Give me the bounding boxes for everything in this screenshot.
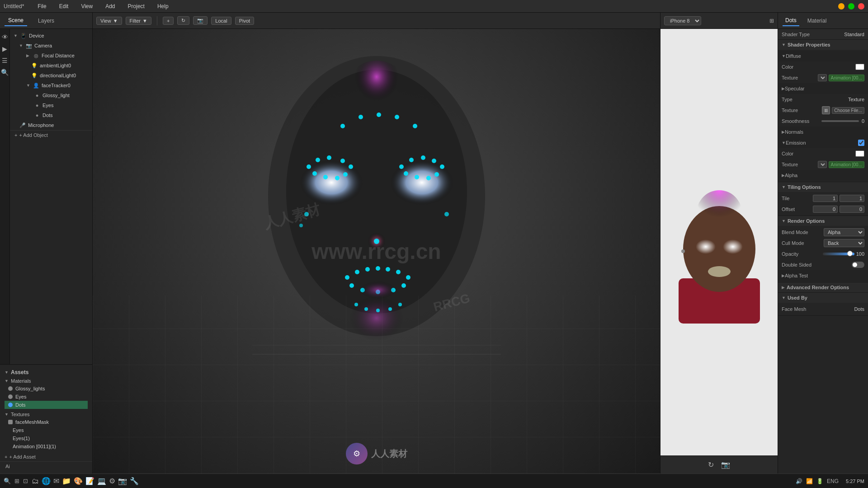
tree-item-ambient[interactable]: 💡 ambientLight0	[10, 61, 92, 70]
taskbar-app-4[interactable]: 📁	[62, 477, 71, 485]
double-sided-toggle[interactable]	[852, 262, 864, 268]
specular-header-row[interactable]: ▶ Specular	[778, 83, 868, 94]
device-selector[interactable]: iPhone 8	[664, 16, 701, 25]
offset-y-input[interactable]	[840, 206, 864, 213]
asset-glossy-lights[interactable]: Glossy_lights	[5, 385, 88, 393]
taskbar-network-icon[interactable]: 📶	[806, 478, 813, 484]
tiling-options-header[interactable]: ▼ Tiling Options	[778, 182, 868, 192]
alpha-test-row[interactable]: ▶ Alpha Test	[778, 270, 868, 281]
offset-x-input[interactable]	[813, 206, 838, 213]
tree-item-directional[interactable]: 💡 directionalLight0	[10, 70, 92, 80]
assets-header[interactable]: ▼ Assets	[0, 367, 92, 377]
tree-item-device[interactable]: ▼ 📱 Device	[10, 31, 92, 41]
pivot-button[interactable]: Pivot	[235, 17, 254, 25]
emission-checkbox[interactable]	[858, 140, 864, 146]
render-options-header[interactable]: ▼ Render Options	[778, 216, 868, 226]
close-button[interactable]	[858, 3, 864, 9]
menu-view[interactable]: View	[78, 2, 95, 10]
emission-color-swatch[interactable]	[855, 150, 864, 157]
used-by-header[interactable]: ▼ Used By	[778, 293, 868, 303]
tree-item-facetracker[interactable]: ▼ 👤 faceTracker0	[10, 80, 92, 90]
emission-header-row[interactable]: ▼ Emission	[778, 137, 868, 148]
taskbar-apps-icon[interactable]: ⊡	[23, 478, 28, 484]
svg-point-33	[365, 267, 370, 272]
taskbar-app-7[interactable]: 💻	[97, 477, 106, 485]
asset-facemeshmask[interactable]: faceMeshMask	[5, 418, 88, 426]
diffuse-color-swatch[interactable]	[855, 64, 864, 70]
add-icon-button[interactable]: +	[163, 17, 174, 25]
tile-y-input[interactable]	[840, 195, 864, 202]
taskbar-app-10[interactable]: 🔧	[130, 477, 139, 485]
shader-properties-header[interactable]: ▼ Shader Properties	[778, 40, 868, 50]
asset-tex-eyes[interactable]: Eyes	[5, 426, 88, 434]
add-object-button[interactable]: + + Add Object	[10, 130, 92, 140]
add-asset-button[interactable]: + + Add Asset	[0, 452, 92, 461]
offset-label: Offset	[782, 206, 813, 212]
smoothness-slider[interactable]	[821, 120, 859, 122]
sidebar-icon-search[interactable]: 🔍	[0, 68, 9, 77]
opacity-slider[interactable]	[823, 253, 854, 255]
assets-content: ▼ Materials Glossy_lights Eyes Dots	[0, 377, 92, 450]
view-button[interactable]: View ▼	[96, 17, 122, 25]
rp-tab-dots[interactable]: Dots	[783, 15, 799, 26]
choose-file-button[interactable]: Choose File...	[832, 107, 864, 114]
tree-item-focal[interactable]: ▶ ◎ Focal Distance	[10, 51, 92, 61]
tree-item-dots[interactable]: ● Dots	[10, 110, 92, 120]
diffuse-texture-dropdown[interactable]	[818, 74, 827, 81]
taskbar-app-5[interactable]: 🎨	[74, 477, 83, 485]
diffuse-header-row[interactable]: ▼ Diffuse	[778, 51, 868, 61]
local-button[interactable]: Local	[211, 17, 231, 25]
taskbar-battery-icon[interactable]: 🔋	[816, 478, 823, 484]
taskbar-app-3[interactable]: ✉	[53, 477, 59, 485]
menu-help[interactable]: Help	[155, 2, 171, 10]
tree-item-eyes[interactable]: ● Eyes	[10, 100, 92, 110]
face-mesh-value: Dots	[854, 306, 864, 312]
normals-header-row[interactable]: ▶ Normals	[778, 127, 868, 137]
taskbar-app-6[interactable]: 📝	[85, 477, 94, 485]
sidebar-icon-play[interactable]: ▶	[0, 44, 9, 53]
taskbar-app-1[interactable]: 🗂	[32, 477, 39, 485]
emission-texture-dropdown[interactable]	[818, 161, 827, 168]
tile-x-input[interactable]	[813, 195, 838, 202]
minimize-button[interactable]	[838, 3, 844, 9]
left-sidebar: Scene Layers 👁 ▶ ☰ 🔍 ▼ 📱 Device ▼	[0, 13, 93, 474]
menu-add[interactable]: Add	[103, 2, 118, 10]
asset-eyes[interactable]: Eyes	[5, 393, 88, 401]
taskbar-search-icon[interactable]: 🔍	[4, 478, 11, 484]
taskbar-app-9[interactable]: 📷	[118, 477, 127, 485]
sidebar-icon-eye[interactable]: 👁	[0, 33, 9, 42]
cull-mode-select[interactable]: Back	[824, 239, 864, 247]
menu-edit[interactable]: Edit	[57, 2, 71, 10]
menu-project[interactable]: Project	[125, 2, 147, 10]
camera-button[interactable]: 📷	[193, 16, 208, 25]
maximize-button[interactable]	[848, 3, 854, 9]
advanced-render-header[interactable]: ▶ Advanced Render Options	[778, 282, 868, 292]
asset-dots[interactable]: Dots	[5, 401, 88, 409]
taskbar-app-2[interactable]: 🌐	[42, 477, 51, 485]
filter-button[interactable]: Filter ▼	[126, 17, 151, 25]
asset-anim[interactable]: Animation [0011](1)	[5, 442, 88, 450]
preview-refresh-icon[interactable]: ↻	[708, 460, 714, 469]
preview-camera-icon[interactable]: 📷	[721, 460, 730, 469]
preview-maximize-icon[interactable]: ⊞	[769, 18, 774, 24]
taskbar-app-8[interactable]: ⚙	[109, 477, 115, 485]
refresh-button[interactable]: ↻	[177, 16, 189, 25]
taskbar-volume-icon[interactable]: 🔊	[796, 478, 802, 484]
tab-layers[interactable]: Layers	[34, 16, 58, 26]
alpha-header-row[interactable]: ▶ Alpha	[778, 170, 868, 181]
blend-mode-select[interactable]: Alpha	[824, 228, 864, 236]
rp-tab-material[interactable]: Material	[805, 16, 830, 26]
tab-scene[interactable]: Scene	[5, 15, 27, 26]
tree-item-camera[interactable]: ▼ 📷 Camera	[10, 41, 92, 51]
scene-tree: ▼ 📱 Device ▼ 📷 Camera ▶ ◎ Focal Distance	[10, 29, 92, 364]
materials-group-header[interactable]: ▼ Materials	[5, 377, 88, 385]
tiling-options-title: Tiling Options	[788, 184, 821, 190]
asset-tex-eyes1[interactable]: Eyes(1)	[5, 434, 88, 442]
textures-group-header[interactable]: ▼ Textures	[5, 411, 88, 418]
sidebar-icon-layers[interactable]: ☰	[0, 56, 9, 65]
tree-item-microphone[interactable]: 🎤 Microphone	[10, 120, 92, 130]
tile-label: Tile	[782, 196, 813, 201]
taskbar-windows-icon[interactable]: ⊞	[14, 478, 19, 484]
tree-item-glossy[interactable]: ● Glossy_light	[10, 90, 92, 100]
menu-file[interactable]: File	[35, 2, 49, 10]
